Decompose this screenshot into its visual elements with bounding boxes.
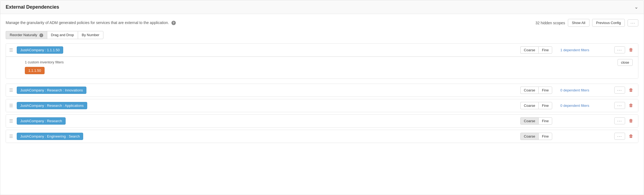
fine-button-3[interactable]: Fine [538, 102, 552, 109]
description-actions: 32 hidden scopes Show All Previous Confi… [535, 19, 638, 27]
panel-body: Manage the granularity of ADM generated … [0, 14, 644, 150]
item-more-button-5[interactable]: ··· [614, 133, 625, 140]
items-container: ☰ JustACompany : 1.1.1.50 Coarse Fine 1 … [6, 43, 638, 145]
reorder-info-icon[interactable]: i [39, 33, 43, 37]
panel-header: External Dependencies ⌄ [0, 0, 644, 14]
delete-button-1[interactable]: 🗑 [627, 47, 635, 53]
delete-button-4[interactable]: 🗑 [627, 118, 635, 124]
fine-button-2[interactable]: Fine [538, 87, 552, 94]
description-text-group: Manage the granularity of ADM generated … [6, 20, 176, 25]
item-tag-5[interactable]: JustACompany : Engineering : Search [17, 133, 83, 140]
delete-button-2[interactable]: 🗑 [627, 87, 635, 93]
coarse-fine-group-3: Coarse Fine [520, 102, 552, 109]
fine-button-5[interactable]: Fine [538, 133, 552, 140]
dependent-filters-1[interactable]: 1 dependent filters [560, 48, 609, 52]
previous-config-button[interactable]: Previous Config [592, 19, 625, 27]
hidden-scopes-label: 32 hidden scopes [535, 21, 565, 25]
reorder-row: Reorder Naturally i Drag and Drop By Num… [6, 31, 638, 39]
item-section-3: ☰ JustACompany : Research : Applications… [6, 99, 638, 112]
coarse-button-4[interactable]: Coarse [520, 117, 538, 125]
coarse-button-2[interactable]: Coarse [520, 87, 538, 94]
table-row: ☰ JustACompany : Research Coarse Fine ··… [6, 115, 638, 127]
drag-drop-button[interactable]: Drag and Drop [47, 31, 78, 39]
item-more-button-2[interactable]: ··· [614, 87, 625, 94]
show-all-button[interactable]: Show All [568, 19, 589, 27]
reorder-naturally-button[interactable]: Reorder Naturally i [6, 31, 47, 39]
coarse-fine-group-1: Coarse Fine [520, 46, 552, 54]
custom-inventory-label: 1 custom inventory filters [25, 60, 64, 64]
coarse-fine-group-2: Coarse Fine [520, 87, 552, 94]
item-section-4: ☰ JustACompany : Research Coarse Fine ··… [6, 114, 638, 128]
item-more-button-4[interactable]: ··· [614, 117, 625, 124]
fine-button-4[interactable]: Fine [538, 117, 552, 125]
table-row: ☰ JustACompany : Engineering : Search Co… [6, 130, 638, 143]
group-spacer [6, 81, 638, 84]
drag-handle-icon[interactable]: ☰ [9, 103, 13, 108]
item-section-1: ☰ JustACompany : 1.1.1.50 Coarse Fine 1 … [6, 43, 638, 79]
by-number-button[interactable]: By Number [78, 31, 103, 39]
drag-handle-icon[interactable]: ☰ [9, 134, 13, 139]
dependent-filters-3[interactable]: 0 dependent filters [560, 104, 609, 108]
coarse-button-5[interactable]: Coarse [520, 133, 538, 140]
dependent-filters-2[interactable]: 0 dependent filters [560, 88, 609, 92]
drag-handle-icon[interactable]: ☰ [9, 88, 13, 93]
item-section-2: ☰ JustACompany : Research : Innovations … [6, 84, 638, 97]
item-more-button-3[interactable]: ··· [614, 102, 625, 109]
delete-button-3[interactable]: 🗑 [627, 102, 635, 108]
item-tag-2[interactable]: JustACompany : Research : Innovations [17, 87, 86, 94]
more-options-button[interactable]: ··· [628, 19, 638, 26]
item-more-button-1[interactable]: ··· [614, 46, 625, 53]
item-tag-3[interactable]: JustACompany : Research : Applications [17, 102, 87, 109]
item-tag-1[interactable]: JustACompany : 1.1.1.50 [17, 46, 63, 54]
coarse-button-1[interactable]: Coarse [520, 46, 538, 54]
delete-button-5[interactable]: 🗑 [627, 133, 635, 139]
panel-title: External Dependencies [6, 4, 59, 10]
collapse-icon[interactable]: ⌄ [634, 4, 638, 10]
expanded-content-1: 1 custom inventory filters 1.1.1.50 clos… [6, 57, 638, 78]
help-icon[interactable]: ? [171, 21, 176, 25]
coarse-button-3[interactable]: Coarse [520, 102, 538, 109]
item-tag-4[interactable]: JustACompany : Research [17, 117, 66, 125]
row-actions-5: ··· 🗑 [614, 133, 635, 140]
sub-tag-1[interactable]: 1.1.1.50 [25, 67, 45, 74]
external-dependencies-panel: External Dependencies ⌄ Manage the granu… [0, 0, 644, 195]
fine-button-1[interactable]: Fine [538, 46, 552, 54]
item-section-5: ☰ JustACompany : Engineering : Search Co… [6, 130, 638, 143]
table-row: ☰ JustACompany : Research : Innovations … [6, 84, 638, 97]
coarse-fine-group-5: Coarse Fine [520, 133, 552, 140]
drag-handle-icon[interactable]: ☰ [9, 118, 13, 124]
drag-handle-icon[interactable]: ☰ [9, 47, 13, 53]
table-row: ☰ JustACompany : Research : Applications… [6, 99, 638, 112]
row-actions-3: ··· 🗑 [614, 102, 635, 109]
row-actions-4: ··· 🗑 [614, 117, 635, 124]
coarse-fine-group-4: Coarse Fine [520, 117, 552, 125]
row-actions-2: ··· 🗑 [614, 87, 635, 94]
description-row: Manage the granularity of ADM generated … [6, 19, 638, 27]
row-actions-1: ··· 🗑 [614, 46, 635, 53]
description-text: Manage the granularity of ADM generated … [6, 20, 169, 25]
close-button-1[interactable]: close [618, 59, 633, 66]
table-row: ☰ JustACompany : 1.1.1.50 Coarse Fine 1 … [6, 44, 638, 57]
